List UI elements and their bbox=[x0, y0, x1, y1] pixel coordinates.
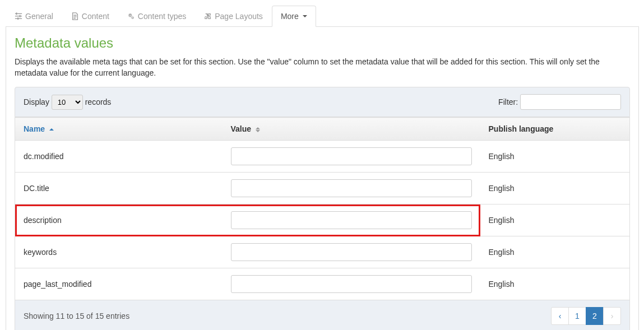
svg-point-7 bbox=[132, 17, 133, 18]
display-label-after: records bbox=[85, 97, 112, 106]
cell-value bbox=[223, 204, 480, 236]
tab-content-types[interactable]: Content types bbox=[118, 6, 195, 27]
cell-value bbox=[223, 236, 480, 268]
svg-rect-3 bbox=[16, 12, 17, 15]
value-input[interactable] bbox=[231, 275, 472, 293]
column-header-language: Publish language bbox=[480, 118, 630, 141]
cell-language: English bbox=[480, 173, 630, 204]
cell-language: English bbox=[480, 204, 630, 236]
cell-language: English bbox=[480, 141, 630, 173]
tab-panel: Metadata values Displays the available m… bbox=[6, 27, 639, 330]
pagination-next[interactable]: › bbox=[604, 307, 621, 325]
tab-label: More bbox=[281, 12, 299, 21]
pagination-link[interactable]: 2 bbox=[586, 307, 604, 325]
filter-label: Filter: bbox=[498, 97, 518, 106]
cell-language: English bbox=[480, 236, 630, 268]
value-input[interactable] bbox=[231, 211, 472, 229]
table-controls: Display 102550100 records Filter: bbox=[15, 87, 630, 117]
display-label-before: Display bbox=[24, 97, 49, 106]
tab-label: General bbox=[25, 12, 53, 21]
pagination-page[interactable]: 1 bbox=[569, 307, 586, 325]
tab-more[interactable]: More bbox=[272, 6, 316, 27]
puzzle-icon bbox=[204, 12, 212, 20]
tab-label: Content types bbox=[138, 12, 186, 21]
cell-name: dc.modified bbox=[15, 141, 223, 173]
cell-name: DC.title bbox=[15, 173, 223, 204]
pagination-link[interactable]: ‹ bbox=[551, 307, 569, 325]
cell-name: keywords bbox=[15, 236, 223, 268]
table-row: dc.modifiedEnglish bbox=[15, 141, 630, 173]
caret-down-icon bbox=[303, 15, 307, 17]
svg-rect-4 bbox=[20, 15, 21, 17]
cell-name: description bbox=[15, 204, 223, 236]
cell-language: English bbox=[480, 268, 630, 300]
svg-point-6 bbox=[129, 15, 131, 17]
column-label: Name bbox=[24, 124, 45, 133]
document-icon bbox=[71, 12, 79, 20]
display-length-select[interactable]: 102550100 bbox=[52, 95, 83, 110]
pagination-link[interactable]: 1 bbox=[568, 307, 586, 325]
pagination-link[interactable]: › bbox=[603, 307, 621, 325]
sort-icon bbox=[256, 127, 260, 132]
tab-page-layouts[interactable]: Page Layouts bbox=[195, 6, 272, 27]
column-label: Value bbox=[231, 124, 252, 133]
filter-control: Filter: bbox=[498, 94, 621, 110]
gears-icon bbox=[127, 12, 135, 20]
pagination-prev[interactable]: ‹ bbox=[552, 307, 569, 325]
cell-value bbox=[223, 268, 480, 300]
pagination-page[interactable]: 2 bbox=[586, 307, 604, 325]
table-row: DC.titleEnglish bbox=[15, 173, 630, 204]
sliders-icon bbox=[15, 12, 22, 20]
value-input[interactable] bbox=[231, 179, 472, 197]
nav-tabs: General Content Content types Page Layou… bbox=[6, 6, 639, 27]
page-title: Metadata values bbox=[15, 35, 630, 51]
table-row: page_last_modifiedEnglish bbox=[15, 268, 630, 300]
column-label: Publish language bbox=[489, 124, 554, 133]
cell-name: page_last_modified bbox=[15, 268, 223, 300]
svg-rect-1 bbox=[15, 16, 22, 16]
table-row: descriptionEnglish bbox=[15, 204, 630, 236]
value-input[interactable] bbox=[231, 147, 472, 165]
display-length-control: Display 102550100 records bbox=[24, 95, 111, 110]
table-info: Showing 11 to 15 of 15 entries bbox=[24, 312, 129, 320]
pagination: ‹12› bbox=[552, 307, 621, 325]
value-input[interactable] bbox=[231, 243, 472, 261]
table-row: keywordsEnglish bbox=[15, 236, 630, 268]
tab-content[interactable]: Content bbox=[62, 6, 118, 27]
tab-label: Content bbox=[82, 12, 109, 21]
page-description: Displays the available meta tags that ca… bbox=[15, 57, 630, 78]
column-header-name[interactable]: Name bbox=[15, 118, 223, 141]
metadata-table: Name Value Publish language dc.modifiedE… bbox=[15, 117, 630, 300]
column-header-value[interactable]: Value bbox=[223, 118, 480, 141]
tab-general[interactable]: General bbox=[6, 6, 62, 27]
sort-asc-icon bbox=[49, 128, 54, 131]
svg-rect-5 bbox=[17, 17, 18, 20]
table-footer: Showing 11 to 15 of 15 entries ‹12› bbox=[15, 300, 630, 330]
filter-input[interactable] bbox=[520, 94, 621, 110]
cell-value bbox=[223, 141, 480, 173]
cell-value bbox=[223, 173, 480, 204]
tab-label: Page Layouts bbox=[215, 12, 263, 21]
